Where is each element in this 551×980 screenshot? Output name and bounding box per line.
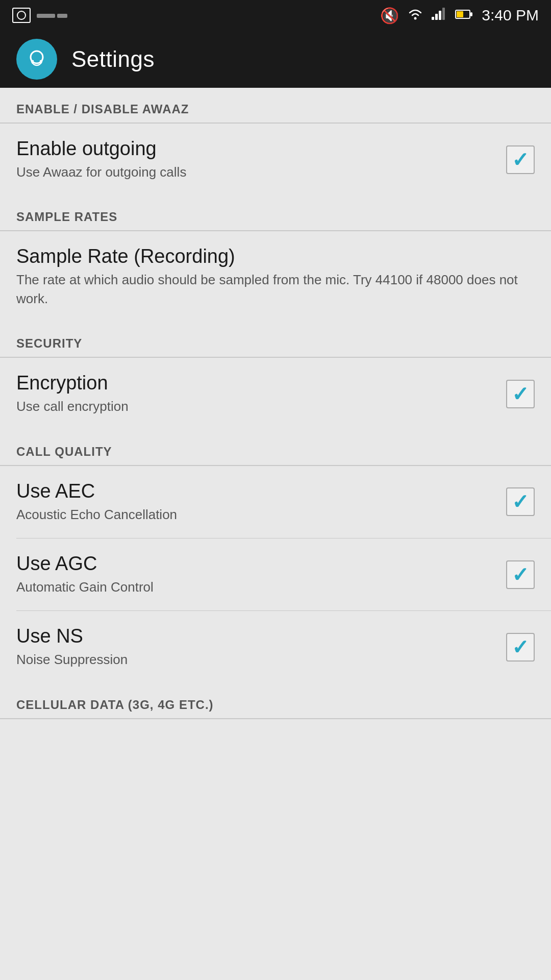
setting-item-encryption[interactable]: Encryption Use call encryption ✓ bbox=[0, 358, 551, 430]
setting-text-encryption: Encryption Use call encryption bbox=[16, 372, 506, 415]
section-header-sample-rates: SAMPLE RATES bbox=[0, 195, 551, 230]
section-title-sample-rates: SAMPLE RATES bbox=[16, 210, 117, 224]
setting-text-use-ns: Use NS Noise Suppression bbox=[16, 625, 506, 669]
wifi-icon bbox=[407, 7, 423, 24]
mute-icon: 🔇 bbox=[380, 7, 399, 24]
svg-rect-1 bbox=[432, 17, 434, 20]
checkbox-use-agc[interactable]: ✓ bbox=[506, 560, 535, 589]
divider-cellular-data bbox=[0, 718, 551, 719]
checkbox-use-ns[interactable]: ✓ bbox=[506, 633, 535, 662]
section-title-enable-disable: ENABLE / DISABLE AWAAZ bbox=[16, 102, 189, 116]
setting-text-sample-rate: Sample Rate (Recording) The rate at whic… bbox=[16, 246, 535, 308]
svg-rect-6 bbox=[457, 11, 463, 17]
battery-small bbox=[37, 13, 67, 18]
setting-text-use-agc: Use AGC Automatic Gain Control bbox=[16, 553, 506, 596]
setting-subtitle-use-aec: Acoustic Echo Cancellation bbox=[16, 505, 494, 524]
setting-item-use-agc[interactable]: Use AGC Automatic Gain Control ✓ bbox=[0, 538, 551, 610]
svg-rect-7 bbox=[470, 12, 472, 16]
checkmark-encryption: ✓ bbox=[512, 384, 529, 404]
setting-item-use-aec[interactable]: Use AEC Acoustic Echo Cancellation ✓ bbox=[0, 466, 551, 538]
setting-item-use-ns[interactable]: Use NS Noise Suppression ✓ bbox=[0, 611, 551, 683]
toolbar: Settings bbox=[0, 31, 551, 88]
setting-title-use-agc: Use AGC bbox=[16, 553, 494, 575]
checkmark-use-ns: ✓ bbox=[512, 637, 529, 657]
section-title-call-quality: CALL QUALITY bbox=[16, 445, 112, 458]
setting-subtitle-use-agc: Automatic Gain Control bbox=[16, 578, 494, 596]
settings-content: ENABLE / DISABLE AWAAZ Enable outgoing U… bbox=[0, 88, 551, 719]
section-header-security: SECURITY bbox=[0, 322, 551, 357]
setting-title-use-ns: Use NS bbox=[16, 625, 494, 647]
svg-rect-3 bbox=[439, 11, 441, 20]
signal-icon bbox=[432, 7, 447, 24]
notification-icon bbox=[12, 8, 31, 23]
status-time: 3:40 PM bbox=[482, 7, 539, 24]
svg-point-0 bbox=[414, 17, 417, 19]
setting-title-enable-outgoing: Enable outgoing bbox=[16, 138, 494, 160]
setting-title-use-aec: Use AEC bbox=[16, 480, 494, 502]
checkbox-use-aec[interactable]: ✓ bbox=[506, 487, 535, 516]
checkbox-encryption[interactable]: ✓ bbox=[506, 380, 535, 408]
setting-item-sample-rate[interactable]: Sample Rate (Recording) The rate at whic… bbox=[0, 231, 551, 322]
setting-text-use-aec: Use AEC Acoustic Echo Cancellation bbox=[16, 480, 506, 524]
svg-rect-2 bbox=[435, 14, 438, 20]
setting-text-enable-outgoing: Enable outgoing Use Awaaz for outgoing c… bbox=[16, 138, 506, 181]
status-right-icons: 🔇 3:40 PM bbox=[380, 7, 539, 24]
checkmark-use-aec: ✓ bbox=[512, 492, 529, 512]
setting-subtitle-encryption: Use call encryption bbox=[16, 397, 494, 415]
checkmark-use-agc: ✓ bbox=[512, 565, 529, 585]
status-left-icons bbox=[12, 8, 67, 23]
setting-subtitle-use-ns: Noise Suppression bbox=[16, 650, 494, 669]
status-bar: 🔇 3:40 PM bbox=[0, 0, 551, 31]
toolbar-title: Settings bbox=[71, 46, 155, 72]
section-title-security: SECURITY bbox=[16, 336, 82, 350]
section-header-enable-disable: ENABLE / DISABLE AWAAZ bbox=[0, 88, 551, 122]
section-title-cellular-data: CELLULAR DATA (3G, 4G ETC.) bbox=[16, 698, 214, 712]
setting-subtitle-enable-outgoing: Use Awaaz for outgoing calls bbox=[16, 163, 494, 181]
section-header-call-quality: CALL QUALITY bbox=[0, 430, 551, 465]
setting-subtitle-sample-rate: The rate at which audio should be sample… bbox=[16, 271, 522, 308]
app-logo bbox=[16, 39, 57, 80]
setting-item-enable-outgoing[interactable]: Enable outgoing Use Awaaz for outgoing c… bbox=[0, 124, 551, 195]
battery-icon bbox=[455, 7, 473, 23]
checkmark-enable-outgoing: ✓ bbox=[512, 150, 529, 170]
checkbox-enable-outgoing[interactable]: ✓ bbox=[506, 145, 535, 174]
setting-title-sample-rate: Sample Rate (Recording) bbox=[16, 246, 522, 267]
section-header-cellular-data: CELLULAR DATA (3G, 4G ETC.) bbox=[0, 683, 551, 718]
setting-title-encryption: Encryption bbox=[16, 372, 494, 394]
svg-rect-4 bbox=[442, 8, 445, 20]
